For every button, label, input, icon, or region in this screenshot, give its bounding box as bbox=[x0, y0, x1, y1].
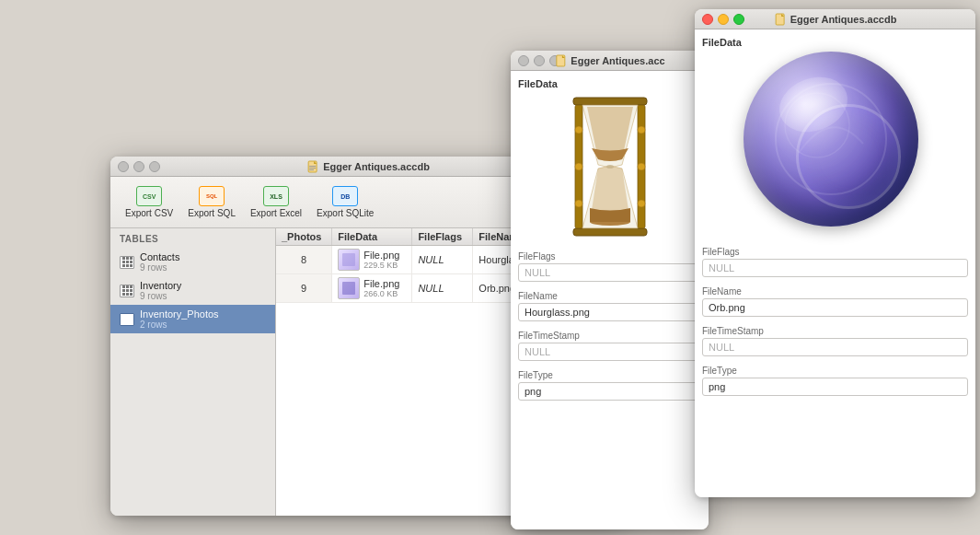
fileflags-value-front: NULL bbox=[702, 259, 968, 277]
col-photos[interactable]: _Photos bbox=[276, 228, 332, 246]
svg-rect-4 bbox=[309, 169, 314, 170]
file-icon-mid bbox=[554, 54, 567, 67]
filetimestamp-label-mid: FileTimeStamp bbox=[518, 331, 701, 341]
filename-value-front: Orb.png bbox=[702, 298, 968, 317]
detail-front-section: FileData bbox=[702, 37, 968, 48]
inventory-name: Inventory bbox=[140, 280, 181, 291]
svg-rect-5 bbox=[342, 253, 355, 266]
window-title: Egger Antiques.accdb bbox=[306, 160, 430, 173]
detail-mid-fileflags: FileFlags NULL bbox=[518, 251, 701, 282]
detail-front-filename: FileName Orb.png bbox=[702, 286, 968, 317]
traffic-lights bbox=[118, 161, 160, 172]
fileflags-label-front: FileFlags bbox=[702, 247, 968, 257]
filename-label-front: FileName bbox=[702, 286, 968, 297]
min-front[interactable] bbox=[718, 14, 729, 25]
xls-icon: XLS bbox=[263, 186, 289, 206]
export-sqlite-button[interactable]: DB Export SQLite bbox=[311, 182, 379, 222]
svg-point-16 bbox=[638, 126, 645, 134]
sidebar-item-contacts[interactable]: Contacts 9 rows bbox=[110, 248, 275, 276]
detail-front-filetype: FileType png bbox=[702, 366, 968, 396]
sidebar: TABLES Contacts 9 rows bbox=[110, 228, 276, 516]
svg-point-17 bbox=[575, 163, 582, 170]
csv-icon: CSV bbox=[136, 186, 162, 206]
detail-mid-image-area bbox=[518, 93, 701, 240]
fileflags-label-mid: FileFlags bbox=[518, 251, 701, 262]
svg-point-23 bbox=[776, 84, 886, 194]
file-data-cell-9: File.png 266.0 KB bbox=[332, 274, 412, 303]
file-size-8: 229.5 KB bbox=[363, 261, 399, 270]
detail-front-titlebar: Egger Antiques.accdb bbox=[695, 9, 975, 29]
close-front[interactable] bbox=[702, 14, 713, 25]
orb-image bbox=[744, 52, 928, 236]
file-data-cell-8: File.png 229.5 KB bbox=[332, 246, 412, 274]
detail-mid-section: FileData bbox=[518, 78, 701, 89]
detail-mid-title: Egger Antiques.acc bbox=[554, 54, 664, 67]
close-mid[interactable] bbox=[518, 55, 529, 66]
detail-mid-filename: FileName Hourglass.png bbox=[518, 291, 701, 321]
export-csv-button[interactable]: CSV Export CSV bbox=[120, 182, 179, 222]
svg-point-24 bbox=[785, 93, 849, 157]
detail-mid-filetype: FileType png bbox=[518, 370, 701, 401]
export-excel-button[interactable]: XLS Export Excel bbox=[245, 182, 307, 222]
file-name-9: File.png bbox=[363, 278, 399, 289]
inventory-photos-rows: 2 rows bbox=[140, 320, 219, 330]
svg-point-14 bbox=[606, 165, 614, 169]
svg-point-15 bbox=[575, 126, 582, 134]
close-button[interactable] bbox=[118, 161, 129, 172]
svg-point-20 bbox=[638, 200, 645, 207]
svg-rect-9 bbox=[573, 98, 647, 105]
export-sql-label: Export SQL bbox=[188, 208, 236, 218]
detail-window-mid: Egger Antiques.acc FileData bbox=[511, 51, 709, 529]
filename-label-mid: FileName bbox=[518, 291, 701, 301]
fileflags-9: NULL bbox=[412, 274, 473, 303]
db-icon: DB bbox=[332, 186, 358, 206]
filetimestamp-value-mid: NULL bbox=[518, 343, 701, 361]
svg-rect-10 bbox=[573, 228, 647, 236]
min-mid[interactable] bbox=[534, 55, 545, 66]
file-icon-front bbox=[774, 13, 787, 26]
sidebar-item-inventory-photos[interactable]: Inventory_Photos 2 rows bbox=[110, 305, 275, 333]
svg-rect-3 bbox=[309, 168, 316, 169]
detail-front-fileflags: FileFlags NULL bbox=[702, 247, 968, 277]
file-icon bbox=[306, 160, 319, 173]
filetype-value-front: png bbox=[702, 378, 968, 396]
filename-value-mid: Hourglass.png bbox=[518, 303, 701, 321]
contacts-rows: 9 rows bbox=[140, 262, 179, 273]
hourglass-image bbox=[564, 93, 656, 240]
sidebar-item-inventory[interactable]: Inventory 9 rows bbox=[110, 276, 275, 305]
export-sql-button[interactable]: SQL Export SQL bbox=[182, 182, 241, 222]
detail-mid-filetimestamp: FileTimeStamp NULL bbox=[518, 331, 701, 361]
inventory-rows: 9 rows bbox=[140, 291, 181, 301]
maximize-button[interactable] bbox=[149, 161, 160, 172]
file-thumb-9 bbox=[338, 277, 360, 299]
traffic-lights-front bbox=[702, 14, 744, 25]
contacts-name: Contacts bbox=[140, 251, 179, 262]
svg-rect-6 bbox=[342, 282, 355, 295]
filetimestamp-label-front: FileTimeStamp bbox=[702, 326, 968, 336]
col-filedata[interactable]: FileData bbox=[332, 228, 412, 246]
detail-front-content: FileData FileFlags NULL FileName bbox=[695, 29, 975, 497]
col-fileflags[interactable]: FileFlags bbox=[412, 228, 473, 246]
table-icon-inventory-photos bbox=[120, 313, 134, 326]
svg-point-18 bbox=[638, 163, 645, 170]
file-thumb-8 bbox=[338, 249, 360, 271]
table-icon-contacts bbox=[120, 256, 134, 269]
detail-mid-content: FileData bbox=[511, 71, 709, 529]
sidebar-header: TABLES bbox=[110, 228, 275, 248]
max-front[interactable] bbox=[733, 14, 744, 25]
svg-point-19 bbox=[575, 200, 582, 207]
orb-sphere bbox=[744, 52, 918, 227]
table-icon-inventory bbox=[120, 285, 134, 297]
sql-icon: SQL bbox=[199, 186, 225, 206]
fileflags-value-mid: NULL bbox=[518, 263, 701, 282]
detail-front-filetimestamp: FileTimeStamp NULL bbox=[702, 326, 968, 356]
inventory-photos-name: Inventory_Photos bbox=[140, 308, 219, 320]
detail-front-title: Egger Antiques.accdb bbox=[774, 13, 897, 26]
filetype-value-mid: png bbox=[518, 382, 701, 401]
export-sqlite-label: Export SQLite bbox=[317, 208, 374, 218]
detail-front-image-area bbox=[702, 52, 968, 236]
row-num-9: 9 bbox=[276, 274, 332, 303]
file-size-9: 266.0 KB bbox=[363, 289, 399, 298]
minimize-button[interactable] bbox=[133, 161, 144, 172]
filetimestamp-value-front: NULL bbox=[702, 338, 968, 356]
